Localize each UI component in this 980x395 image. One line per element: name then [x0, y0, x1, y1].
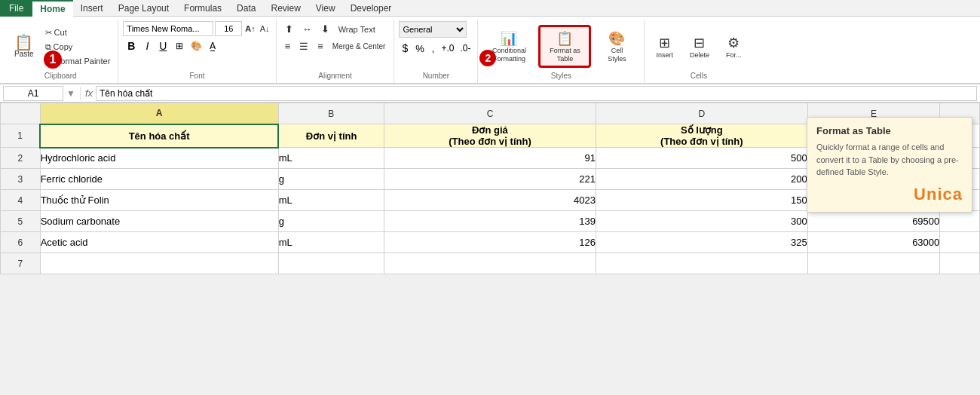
col-header-b[interactable]: B	[278, 103, 384, 124]
cell-f6[interactable]	[940, 232, 980, 253]
cell-c6[interactable]: 126	[384, 232, 596, 253]
unica-nica: nica	[926, 185, 963, 204]
align-center-button[interactable]: ☰	[296, 38, 312, 54]
cell-d5[interactable]: 300	[596, 211, 807, 232]
format-painter-label: Format Painter	[56, 57, 111, 66]
number-format-select[interactable]: General	[399, 21, 467, 38]
align-middle-button[interactable]: ↔	[299, 21, 316, 37]
delete-cells-button[interactable]: ⊟ Delete	[683, 31, 716, 63]
underline-button[interactable]: U	[155, 38, 171, 54]
align-bottom-button[interactable]: ⬇	[317, 21, 333, 37]
review-menu[interactable]: Review	[263, 0, 308, 17]
format-as-table-icon: 📋	[556, 30, 573, 47]
insert-cells-label: Insert	[656, 51, 673, 59]
cell-b4[interactable]: mL	[278, 190, 384, 211]
cell-b6[interactable]: mL	[278, 232, 384, 253]
cell-c7[interactable]	[384, 253, 596, 274]
delete-cells-icon: ⊟	[694, 35, 705, 51]
cell-reference-input[interactable]	[3, 86, 63, 101]
font-size-input[interactable]	[215, 21, 242, 36]
cell-b3[interactable]: g	[278, 169, 384, 190]
cells-label: Cells	[691, 72, 707, 81]
cell-c3[interactable]: 221	[384, 169, 596, 190]
align-right-button[interactable]: ≡	[314, 38, 327, 54]
cut-button[interactable]: ✂ Cut	[42, 26, 114, 39]
fill-color-button[interactable]: 🎨	[188, 39, 205, 53]
cell-d2[interactable]: 500	[596, 148, 807, 169]
italic-button[interactable]: I	[141, 38, 153, 54]
number-label: Number	[423, 72, 450, 81]
col-header-c[interactable]: C	[384, 103, 596, 124]
cell-e6[interactable]: 63000	[807, 232, 940, 253]
format-as-table-button[interactable]: 📋 Format as Table	[538, 25, 591, 69]
alignment-label: Alignment	[318, 72, 351, 81]
paste-button[interactable]: 📋 Paste	[8, 24, 41, 69]
page-layout-menu[interactable]: Page Layout	[111, 0, 176, 17]
font-grow-btn[interactable]: A↑	[243, 23, 256, 34]
cell-d1[interactable]: Số lượng(Theo đơn vị tính)	[596, 124, 807, 148]
merge-center-button[interactable]: Merge & Center	[329, 40, 390, 53]
data-menu[interactable]: Data	[229, 0, 263, 17]
bold-button[interactable]: B	[123, 38, 139, 54]
wrap-text-button[interactable]: Wrap Text	[335, 23, 379, 36]
row-header-6: 6	[1, 232, 41, 253]
tooltip-title: Format as Table	[816, 125, 963, 136]
cell-d7[interactable]	[596, 253, 807, 274]
dropdown-arrow[interactable]: ▼	[66, 88, 75, 99]
font-name-input[interactable]	[123, 21, 213, 36]
insert-cells-button[interactable]: ⊞ Insert	[649, 31, 680, 63]
cell-e5[interactable]: 69500	[807, 211, 940, 232]
cell-f5[interactable]	[940, 211, 980, 232]
cell-b7[interactable]	[278, 253, 384, 274]
formula-input[interactable]	[96, 86, 977, 101]
cell-a6[interactable]: Acetic acid	[40, 232, 278, 253]
increase-decimal-button[interactable]: +.0	[439, 41, 456, 55]
developer-menu[interactable]: Developer	[343, 0, 400, 17]
cell-b5[interactable]: g	[278, 211, 384, 232]
cell-b1[interactable]: Đơn vị tính	[278, 124, 384, 148]
format-cells-button[interactable]: ⚙ For...	[719, 31, 749, 63]
cell-styles-icon: 🎨	[608, 30, 625, 47]
paste-label: Paste	[14, 50, 34, 58]
view-menu[interactable]: View	[308, 0, 343, 17]
clipboard-label: Clipboard	[44, 72, 77, 81]
formulas-menu[interactable]: Formulas	[176, 0, 229, 17]
decrease-decimal-button[interactable]: .0-	[458, 41, 473, 55]
font-color-button[interactable]: A̲	[207, 39, 219, 53]
file-menu[interactable]: File	[0, 0, 32, 17]
cell-a2[interactable]: Hydrochloric acid	[40, 148, 278, 169]
cell-c4[interactable]: 4023	[384, 190, 596, 211]
cell-a4[interactable]: Thuốc thử Folin	[40, 190, 278, 211]
border-button[interactable]: ⊞	[173, 39, 186, 53]
cell-d6[interactable]: 325	[596, 232, 807, 253]
cell-a1[interactable]: Tên hóa chất	[40, 124, 278, 148]
home-menu[interactable]: Home	[32, 0, 72, 17]
cell-c5[interactable]: 139	[384, 211, 596, 232]
comma-button[interactable]: ,	[429, 41, 438, 56]
conditional-formatting-icon: 📊	[501, 30, 517, 47]
cell-b2[interactable]: mL	[278, 148, 384, 169]
font-group: A↑ A↓ B I U ⊞ 🎨 A̲ Font	[118, 20, 276, 83]
currency-button[interactable]: $	[399, 41, 411, 56]
insert-menu[interactable]: Insert	[73, 0, 111, 17]
cell-c2[interactable]: 91	[384, 148, 596, 169]
cell-a5[interactable]: Sodium carbonate	[40, 211, 278, 232]
table-row: 7	[1, 253, 980, 274]
cell-e7[interactable]	[807, 253, 940, 274]
cell-styles-button[interactable]: 🎨 Cell Styles	[594, 26, 639, 67]
insert-cells-icon: ⊞	[659, 35, 670, 51]
col-header-a[interactable]: A	[40, 103, 278, 124]
percent-button[interactable]: %	[412, 41, 427, 56]
align-left-button[interactable]: ≡	[281, 38, 295, 54]
alignment-group: ⬆ ↔ ⬇ Wrap Text ≡ ☰ ≡ Merge & Center Ali…	[277, 20, 395, 83]
cell-c1[interactable]: Đơn giá(Theo đơn vị tính)	[384, 124, 596, 148]
cell-f7[interactable]	[940, 253, 980, 274]
cell-a3[interactable]: Ferric chloride	[40, 169, 278, 190]
font-shrink-btn[interactable]: A↓	[259, 23, 271, 34]
cell-d4[interactable]: 150	[596, 190, 807, 211]
unica-u: U	[914, 185, 926, 204]
cell-a7[interactable]	[40, 253, 278, 274]
cell-d3[interactable]: 200	[596, 169, 807, 190]
col-header-d[interactable]: D	[596, 103, 807, 124]
align-top-button[interactable]: ⬆	[281, 21, 297, 37]
